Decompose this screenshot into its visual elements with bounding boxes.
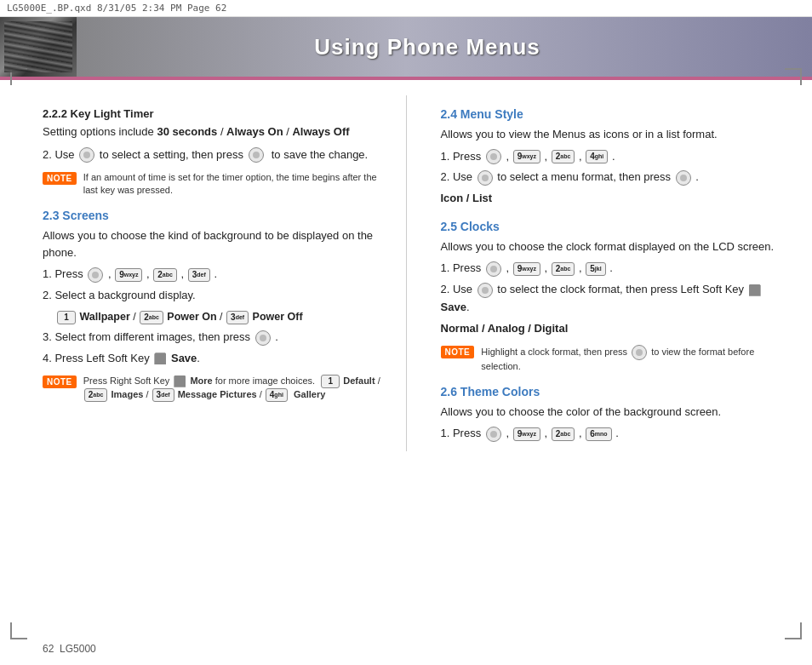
section-23-options: 1 Wallpaper / 2abc Power On / 3def Power… (56, 308, 389, 325)
section-23-desc: Allows you to choose the kind of backgro… (43, 227, 389, 261)
corner-mark-br (785, 622, 802, 639)
label-wallpaper: Wallpaper (79, 311, 129, 323)
section-24-step2: 2. Use to select a menu format, then pre… (441, 169, 787, 186)
key-1-wallpaper: 1 (57, 311, 76, 324)
menu-icon-s25 (486, 261, 501, 277)
save-icon-note23 (174, 375, 186, 387)
page-title: Using Phone Menus (77, 34, 812, 60)
section-24-result: Icon / List (441, 190, 787, 208)
section-26-step1: 1. Press , 9wxyz , 2abc , 6mno . (441, 425, 787, 443)
key-6-s26: 6mno (586, 427, 611, 441)
nav-icon-s23-step3 (255, 330, 271, 346)
print-info-text: LG5000E_.BP.qxd 8/31/05 2:34 PM Page 62 (7, 3, 226, 14)
section-24: 2.4 Menu Style Allows you to view the Me… (441, 107, 787, 208)
section-25-heading: 2.5 Clocks (441, 220, 787, 233)
model-name: LG5000 (60, 643, 96, 655)
nav-icon-note25 (632, 345, 647, 360)
nav-icon-step2b (249, 147, 264, 163)
save-icon-s23 (154, 353, 166, 364)
section-25-note: NOTE Highlight a clock format, then pres… (441, 345, 787, 373)
label-poweron: Power On (167, 311, 216, 323)
key-9-s23: 9wxyz (115, 268, 142, 282)
main-content: 2.2.2 Key Light Timer Setting options in… (0, 80, 812, 460)
nav-icon-step2 (79, 147, 94, 163)
key-9-s25: 9wxyz (513, 262, 540, 276)
corner-mark-bl (10, 622, 27, 639)
section-222: 2.2.2 Key Light Timer Setting options in… (43, 107, 389, 197)
section-23-heading: 2.3 Screens (43, 209, 389, 222)
icon-list-label: Icon / List (441, 192, 493, 204)
section-25-desc: Allows you to choose the clock format di… (441, 238, 787, 255)
section-23-step3: 3. Select from different images, then pr… (43, 329, 389, 347)
key-2-s26: 2abc (552, 427, 575, 441)
key-9-s26: 9wxyz (513, 427, 540, 441)
key-4-s24: 4ghi (586, 150, 608, 163)
section-25-step1: 1. Press , 9wxyz , 2abc , 5jkl . (441, 260, 787, 278)
header-image-inner (4, 21, 72, 72)
nav-icon-s24b (676, 170, 691, 186)
note-text-222: If an amount of time is set for the time… (83, 171, 389, 198)
gallery-label: Gallery (294, 389, 325, 399)
key-2-note23: 2abc (84, 388, 108, 402)
default-label: Default (343, 375, 375, 386)
corner-mark-tr (785, 68, 802, 85)
section-24-heading: 2.4 Menu Style (441, 107, 787, 121)
section-23-step4: 4. Press Left Soft Key Save. (43, 350, 389, 368)
label-poweroff: Power Off (253, 311, 303, 323)
menu-icon-s24 (486, 149, 501, 164)
section-25-result: Normal / Analog / Digital (441, 320, 787, 338)
key-9-s24: 9wxyz (513, 150, 540, 163)
option-30sec: 30 seconds (157, 125, 217, 138)
key-2-s23: 2abc (153, 268, 177, 282)
note-text-25: Highlight a clock format, then press to … (481, 345, 786, 373)
key-3-poweroff: 3def (226, 311, 249, 324)
section-26: 2.6 Theme Colors Allows you to choose th… (441, 385, 787, 443)
right-column: 2.4 Menu Style Allows you to view the Me… (432, 95, 787, 451)
section-222-heading: 2.2.2 Key Light Timer (43, 107, 389, 120)
images-label: Images (111, 389, 143, 399)
section-25: 2.5 Clocks Allows you to choose the cloc… (441, 220, 787, 373)
page-footer: 62 LG5000 (43, 643, 96, 655)
key-2-poweron: 2abc (140, 311, 163, 324)
note-label-25: NOTE (441, 346, 475, 358)
note-label-23: NOTE (43, 375, 77, 388)
save-label-s23: Save (171, 352, 197, 364)
nav-icon-s24 (477, 170, 493, 186)
note-label-222: NOTE (43, 172, 77, 185)
key-2-s24: 2abc (552, 150, 575, 163)
section-26-heading: 2.6 Theme Colors (441, 385, 787, 398)
save-icon-s25 (749, 284, 761, 296)
key-5-s25: 5jkl (586, 262, 605, 276)
menu-icon-s26 (486, 427, 501, 442)
section-25-step2: 2. Use to select the clock format, then … (441, 281, 787, 317)
key-4-note23: 4ghi (266, 388, 288, 402)
note-text-23: Press Right Soft Key More for more image… (83, 375, 389, 402)
more-label-23: More (190, 375, 212, 386)
clock-options-label: Normal / Analog / Digital (441, 322, 569, 335)
key-1-note23: 1 (321, 375, 340, 388)
option-always-on: Always On (226, 125, 283, 138)
msgpic-label: Message Pictures (178, 389, 257, 399)
save-label-s25: Save (441, 301, 466, 313)
section-26-desc: Allows you to choose the color of the ba… (441, 404, 787, 421)
key-3-note23: 3def (152, 388, 174, 402)
page-number: 62 (43, 643, 54, 655)
menu-icon-s23 (88, 267, 103, 283)
section-23: 2.3 Screens Allows you to choose the kin… (43, 209, 389, 401)
section-24-step1: 1. Press , 9wxyz , 2abc , 4ghi . (441, 148, 787, 166)
section-23-note: NOTE Press Right Soft Key More for more … (43, 375, 389, 402)
option-always-off: Always Off (292, 125, 349, 138)
print-info-bar: LG5000E_.BP.qxd 8/31/05 2:34 PM Page 62 (0, 0, 812, 17)
section-222-desc: Setting options include 30 seconds / Alw… (43, 123, 389, 141)
section-222-note: NOTE If an amount of time is set for the… (43, 171, 389, 198)
nav-icon-s25 (477, 283, 493, 298)
page-header: Using Phone Menus (0, 17, 812, 77)
section-222-step2: 2. Use to select a setting, then press t… (43, 146, 389, 164)
left-column: 2.2.2 Key Light Timer Setting options in… (43, 95, 407, 451)
section-23-step2: 2. Select a background display. (43, 287, 389, 305)
section-23-step1: 1. Press , 9wxyz , 2abc , 3def . (43, 266, 389, 284)
key-2-s25: 2abc (552, 262, 575, 276)
section-24-desc: Allows you to view the Menus as icons or… (441, 126, 787, 143)
header-image (0, 17, 77, 77)
key-3-s23: 3def (188, 268, 210, 282)
